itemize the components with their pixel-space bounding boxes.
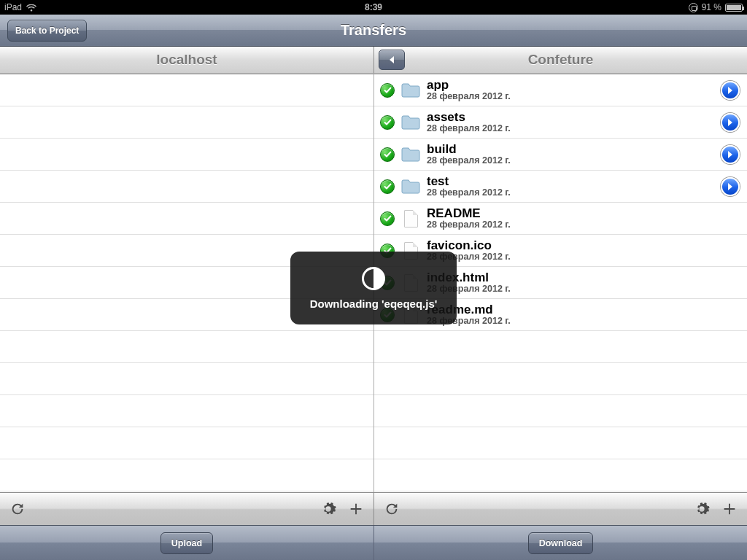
wifi-icon (26, 4, 36, 11)
disclosure-button[interactable] (721, 81, 740, 100)
check-icon (380, 179, 395, 194)
download-label: Download (539, 538, 583, 548)
right-pane-back-button[interactable] (379, 50, 405, 70)
empty-row (0, 459, 374, 491)
empty-row (0, 203, 374, 235)
item-name: build (427, 143, 715, 156)
back-to-project-button[interactable]: Back to Project (7, 20, 87, 42)
item-name: test (427, 175, 715, 188)
battery-icon (725, 4, 743, 12)
list-item[interactable]: build28 февраля 2012 г. (374, 139, 747, 171)
empty-row (0, 331, 374, 363)
item-date: 28 февраля 2012 г. (427, 252, 740, 262)
item-name: app (427, 79, 715, 92)
upload-label: Upload (171, 538, 202, 548)
back-to-project-label: Back to Project (15, 26, 79, 36)
folder-icon (400, 114, 421, 131)
empty-row (0, 171, 374, 203)
item-date: 28 февраля 2012 г. (427, 92, 715, 101)
device-label: iPad (4, 2, 22, 12)
item-name: index.html (427, 271, 740, 284)
check-icon (380, 83, 395, 98)
empty-row (374, 395, 747, 427)
battery-percent: 91 % (702, 2, 721, 12)
empty-row (374, 331, 747, 363)
left-pane-title: localhost (156, 52, 217, 68)
upload-button[interactable]: Upload (160, 532, 213, 554)
folder-icon (400, 82, 421, 99)
refresh-button[interactable] (379, 496, 405, 522)
empty-row (0, 139, 374, 171)
list-item[interactable]: app28 февраля 2012 г. (374, 74, 747, 106)
item-date: 28 февраля 2012 г. (427, 316, 740, 326)
empty-row (374, 363, 747, 395)
item-name: README (427, 207, 740, 220)
item-name: assets (427, 111, 715, 124)
item-date: 28 февраля 2012 г. (427, 284, 740, 294)
item-date: 28 февраля 2012 г. (427, 220, 740, 230)
progress-hud: Downloading 'eqeqeq.js' (290, 252, 457, 324)
file-icon (400, 210, 421, 228)
left-pane-header: localhost (0, 47, 374, 74)
check-icon (380, 211, 395, 226)
item-name: readme.md (427, 303, 740, 316)
list-item[interactable]: test28 февраля 2012 г. (374, 171, 747, 203)
right-pane-header: Confeture (374, 47, 747, 74)
progress-message: Downloading 'eqeqeq.js' (310, 298, 438, 310)
empty-row (0, 427, 374, 459)
download-button[interactable]: Download (528, 532, 594, 554)
list-item[interactable]: assets28 февраля 2012 г. (374, 106, 747, 139)
disclosure-button[interactable] (721, 113, 740, 132)
add-button[interactable] (716, 496, 743, 522)
folder-icon (400, 146, 421, 163)
empty-row (374, 459, 747, 491)
check-icon (380, 115, 395, 130)
left-pane-toolbar (0, 492, 374, 525)
add-button[interactable] (343, 496, 369, 522)
check-icon (380, 147, 395, 162)
settings-button[interactable] (315, 496, 341, 522)
list-item[interactable]: README28 февраля 2012 г. (374, 203, 747, 235)
empty-row (0, 395, 374, 427)
empty-row (0, 363, 374, 395)
item-date: 28 февраля 2012 г. (427, 156, 715, 166)
settings-button[interactable] (689, 496, 715, 522)
right-pane-title: Confeture (528, 52, 594, 68)
progress-pie-icon (362, 267, 385, 290)
right-pane-toolbar (374, 492, 747, 525)
refresh-button[interactable] (4, 496, 31, 522)
item-date: 28 февраля 2012 г. (427, 188, 715, 198)
item-name: favicon.ico (427, 239, 740, 252)
nav-bar: Back to Project Transfers (0, 15, 747, 47)
page-title: Transfers (341, 22, 406, 39)
empty-row (0, 106, 374, 139)
folder-icon (400, 178, 421, 195)
empty-row (374, 427, 747, 459)
empty-row (0, 74, 374, 106)
disclosure-button[interactable] (721, 145, 740, 164)
status-bar: iPad 8:39 91 % (0, 0, 747, 15)
orientation-lock-icon (689, 3, 698, 12)
disclosure-button[interactable] (721, 177, 740, 196)
clock: 8:39 (365, 2, 382, 12)
item-date: 28 февраля 2012 г. (427, 124, 715, 133)
